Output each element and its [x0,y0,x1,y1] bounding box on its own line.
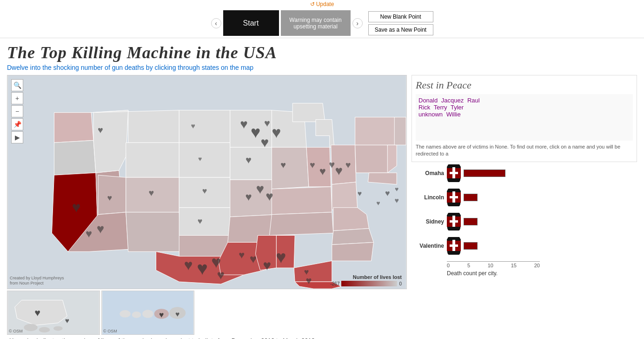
svg-text:♥: ♥ [98,125,103,135]
svg-text:♥: ♥ [97,222,105,236]
svg-marker-2 [54,140,96,175]
name-rick[interactable]: Rick [418,104,430,111]
name-willie[interactable]: Willie [446,111,461,118]
svg-text:♥: ♥ [217,268,225,282]
svg-marker-26 [292,103,325,122]
svg-marker-24 [272,147,309,189]
map-pin-button[interactable]: 📌 [11,118,23,130]
svg-rect-116 [450,220,458,223]
svg-marker-19 [230,147,274,180]
city-label-omaha: Omaha [412,170,444,176]
svg-point-86 [24,324,37,331]
axis-5: 5 [467,263,470,268]
legend-title: Number of lives lost [330,274,402,280]
svg-marker-29 [269,212,333,236]
svg-marker-11 [126,212,181,252]
svg-marker-7 [126,142,179,177]
city-icon-valentine [447,237,461,255]
map-container[interactable]: 🔍 + − 📌 ▶ [7,75,407,289]
svg-text:♥: ♥ [65,317,69,325]
city-label-sidney: Sidney [412,218,444,225]
svg-rect-111 [450,196,458,198]
svg-point-87 [39,327,50,332]
city-icon-omaha [447,164,461,182]
axis-20: 20 [534,263,540,268]
map-zoom-out-button[interactable]: − [11,105,23,117]
toolbar: ↺ Update ‹ Start Warning may contain ups… [0,0,644,38]
mini-map-alaska[interactable]: ♥ ♥ © OSM [7,291,100,335]
update-link[interactable]: ↺ Update [310,1,334,7]
svg-marker-13 [179,142,230,177]
svg-text:♥: ♥ [304,267,309,277]
city-row-valentine: Valentine [412,237,637,255]
chart-footer: Death count per city. [447,270,637,277]
rip-title: Rest in Peace [416,79,633,91]
prev-slide-button[interactable]: ‹ [211,18,221,28]
svg-text:♥: ♥ [280,160,286,170]
mini-maps: ♥ ♥ © OSM ♥ [7,291,407,335]
svg-text:♥: ♥ [319,165,326,177]
name-donald[interactable]: Donald [418,97,438,104]
svg-text:♥: ♥ [376,199,380,207]
map-zoom-in-button[interactable]: + [11,92,23,104]
axis-0: 0 [447,263,450,268]
usa-map[interactable]: ♥ ♥ ♥ ♥ ♥ ♥ ♥ ♥ ♥ ♥ [7,75,406,289]
mini-map-hawaii[interactable]: ♥ ♥ © OSM [101,291,194,335]
axis-10: 10 [488,263,493,268]
svg-text:♥: ♥ [266,189,273,203]
city-row-sidney: Sidney [412,213,637,231]
name-raul[interactable]: Raul [467,97,480,104]
svg-text:♥: ♥ [263,258,272,273]
name-tyler[interactable]: Tyler [451,104,464,111]
svg-text:♥: ♥ [250,252,257,265]
svg-marker-40 [355,117,397,145]
svg-text:♥: ♥ [198,217,203,226]
svg-text:♥: ♥ [358,190,362,197]
svg-text:♥: ♥ [34,307,40,319]
svg-text:♥: ♥ [107,193,113,203]
svg-text:♥: ♥ [256,181,265,197]
save-new-point-button[interactable]: Save as a New Point [368,24,433,35]
svg-text:♥: ♥ [394,197,398,204]
svg-marker-36 [332,242,374,261]
next-slide-button[interactable]: › [352,18,363,28]
map-search-button[interactable]: 🔍 [11,79,23,91]
svg-text:♥: ♥ [175,310,179,318]
main-content: The Top Killing Machine in the USA Dwelv… [0,38,644,339]
new-blank-point-button[interactable]: New Blank Point [368,11,433,22]
svg-marker-35 [332,229,374,245]
svg-point-94 [142,310,153,318]
map-arrow-button[interactable]: ▶ [11,131,23,143]
name-jacquez[interactable]: Jacquez [441,97,464,104]
columns: 🔍 + − 📌 ▶ [7,75,637,339]
right-buttons: New Blank Point Save as a New Point [368,11,433,35]
map-area: 🔍 + − 📌 ▶ [7,75,407,339]
svg-text:♥: ♥ [86,227,92,240]
svg-marker-28 [272,187,332,215]
svg-text:♥: ♥ [184,257,193,273]
city-row-lincoln: Lincoln [412,189,637,206]
svg-text:♥: ♥ [329,159,335,170]
svg-text:♥: ♥ [246,190,252,203]
city-row-omaha: Omaha [412,164,637,182]
bottom-text: Hear size indicates the number of lives … [7,337,407,339]
page-subtitle: Dwelve into the shocking number of gun d… [7,64,637,71]
svg-marker-33 [332,182,358,210]
page-title: The Top Killing Machine in the USA [7,43,637,62]
svg-text:♥: ♥ [385,189,390,198]
city-icon-sidney [447,213,461,231]
map-legend: Number of lives lost -267 0 [330,274,402,286]
map-controls: 🔍 + − 📌 ▶ [11,79,23,143]
name-terry[interactable]: Terry [434,104,447,111]
svg-text:♥: ♥ [310,160,315,170]
slide-start: Start [223,10,279,36]
svg-point-88 [53,326,63,331]
svg-text:♥: ♥ [264,117,270,129]
svg-text:♥: ♥ [335,163,343,178]
slide-warning: Warning may contain upsetting material [281,10,351,36]
svg-point-92 [120,310,130,318]
mini-map-hawaii-label: © OSM [103,329,117,333]
svg-text:♥: ♥ [395,185,398,193]
name-unknown[interactable]: unknown [418,111,443,118]
map-attribution: Created by Lloyd Humphreys from Noun Pro… [10,276,64,286]
